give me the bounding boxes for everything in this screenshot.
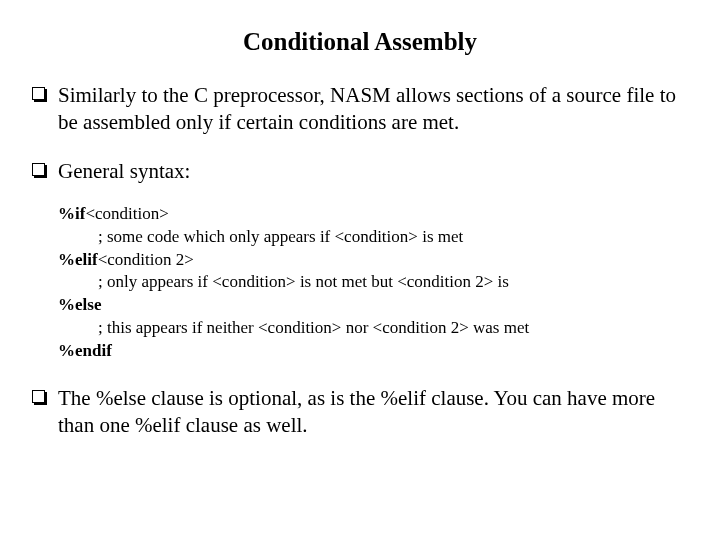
slide-title: Conditional Assembly <box>30 28 690 56</box>
square-bullet-icon <box>32 163 45 176</box>
code-text: ; some code which only appears if <condi… <box>98 227 463 246</box>
bullet-list-2: The %else clause is optional, as is the … <box>30 385 690 439</box>
bullet-item-2: General syntax: <box>30 158 690 185</box>
bullet-item-3: The %else clause is optional, as is the … <box>30 385 690 439</box>
code-keyword: %else <box>58 295 101 314</box>
code-keyword: %elif <box>58 250 98 269</box>
square-bullet-icon <box>32 390 45 403</box>
code-text: ; only appears if <condition> is not met… <box>98 272 509 291</box>
bullet-text: The %else clause is optional, as is the … <box>58 386 655 437</box>
code-text: <condition 2> <box>98 250 194 269</box>
code-keyword: %if <box>58 204 85 223</box>
bullet-text: General syntax: <box>58 159 190 183</box>
code-text: <condition> <box>85 204 168 223</box>
code-text: ; this appears if neither <condition> no… <box>98 318 529 337</box>
bullet-item-1: Similarly to the C preprocessor, NASM al… <box>30 82 690 136</box>
square-bullet-icon <box>32 87 45 100</box>
code-keyword: %endif <box>58 341 112 360</box>
code-block: %if<condition> ; some code which only ap… <box>30 203 690 364</box>
slide: Conditional Assembly Similarly to the C … <box>0 0 720 540</box>
bullet-text: Similarly to the C preprocessor, NASM al… <box>58 83 676 134</box>
bullet-list: Similarly to the C preprocessor, NASM al… <box>30 82 690 185</box>
